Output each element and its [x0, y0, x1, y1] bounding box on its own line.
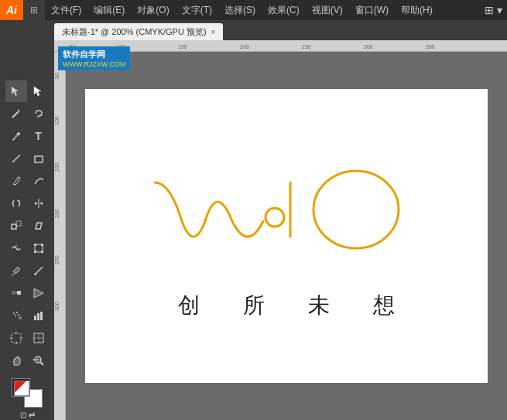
pencil-tool[interactable]	[5, 170, 27, 192]
vertical-ruler: 50 100 150 200 250 300	[54, 52, 66, 420]
svg-rect-16	[12, 291, 15, 295]
reflect-tool[interactable]	[28, 193, 50, 214]
blend-tool[interactable]	[5, 282, 27, 304]
color-boxes	[12, 378, 43, 408]
free-transform-tool[interactable]	[28, 237, 50, 259]
menu-edit[interactable]: 编辑(E)	[87, 0, 131, 20]
svg-rect-26	[40, 312, 43, 320]
direct-select-tool[interactable]	[28, 80, 50, 102]
lasso-tool[interactable]	[28, 103, 50, 125]
swap-colors-icon[interactable]: ⇄	[29, 411, 35, 419]
svg-line-36	[40, 362, 43, 365]
watermark-line2: WWW.RJZXW.COM	[63, 60, 125, 68]
menu-object[interactable]: 对象(O)	[131, 0, 175, 20]
scale-tool[interactable]	[5, 215, 27, 237]
svg-rect-6	[16, 221, 21, 226]
svg-rect-9	[41, 244, 43, 246]
symbol-spray-tool[interactable]	[5, 305, 27, 326]
svg-rect-11	[41, 251, 43, 253]
svg-point-22	[18, 314, 19, 316]
artboard: 创 所 未 想	[85, 89, 488, 383]
svg-rect-8	[34, 244, 36, 246]
column-graph-tool[interactable]	[28, 305, 50, 326]
slice-select-tool[interactable]	[28, 327, 50, 349]
menu-window[interactable]: 窗口(W)	[349, 0, 395, 20]
warp-tool[interactable]	[5, 237, 27, 259]
tool-row-warp	[5, 237, 50, 259]
menu-help[interactable]: 帮助(H)	[395, 0, 439, 20]
svg-rect-10	[34, 251, 36, 253]
svg-text:300: 300	[364, 44, 373, 50]
svg-text:250: 250	[54, 255, 60, 265]
svg-point-23	[19, 316, 22, 319]
menu-effect[interactable]: 效果(C)	[262, 0, 306, 20]
svg-rect-17	[17, 291, 21, 295]
svg-rect-5	[12, 224, 16, 229]
tab-title: 未标题-1* @ 200% (CMYK/GPU 预览)	[62, 26, 207, 38]
canvas-row: 50 100 150 200 250 300	[54, 52, 507, 420]
svg-rect-25	[37, 313, 39, 320]
active-tab[interactable]: 未标题-1* @ 200% (CMYK/GPU 预览) ×	[54, 23, 223, 40]
tab-close-button[interactable]: ×	[211, 28, 216, 36]
tool-row-pencil	[5, 170, 50, 192]
tool-row-blend	[5, 282, 50, 304]
tool-row-hand	[5, 350, 50, 371]
svg-text:50: 50	[54, 73, 60, 79]
tool-row-rotate	[5, 193, 50, 214]
svg-text:200: 200	[240, 44, 249, 50]
svg-line-13	[35, 267, 43, 275]
menu-items: 文件(F) 编辑(E) 对象(O) 文字(T) 选择(S) 效果(C) 视图(V…	[45, 0, 485, 20]
hand-tool[interactable]	[5, 350, 27, 371]
tool-row-select	[5, 80, 50, 102]
menu-view[interactable]: 视图(V)	[306, 0, 349, 20]
zoom-tool[interactable]	[28, 350, 50, 371]
canvas-column: 50100150200250300350 50 100 150 200 250 …	[54, 40, 507, 420]
svg-point-1	[17, 133, 19, 135]
foreground-color-box[interactable]	[12, 378, 30, 397]
pen-tool[interactable]	[5, 125, 27, 147]
tool-row-magic	[5, 103, 50, 125]
app-settings-icon[interactable]: ⊞	[28, 5, 40, 15]
tool-row-artboard	[5, 327, 50, 349]
magic-wand-tool[interactable]	[5, 103, 27, 125]
default-colors-icon[interactable]: ⊡	[20, 411, 26, 419]
svg-text:350: 350	[426, 44, 435, 50]
rectangle-tool[interactable]	[28, 148, 50, 169]
svg-line-0	[12, 111, 19, 118]
menu-bar: Ai ⊞ 文件(F) 编辑(E) 对象(O) 文字(T) 选择(S) 效果(C)…	[0, 0, 507, 20]
tagline-text: 创 所 未 想	[159, 291, 413, 320]
tool-row-line	[5, 148, 50, 169]
menu-file[interactable]: 文件(F)	[45, 0, 87, 20]
measure-tool[interactable]	[28, 260, 50, 282]
watermark: 软件自学网 WWW.RJZXW.COM	[58, 46, 130, 70]
vaio-logo-graphic	[132, 152, 441, 275]
toolbar: 软件自学网 WWW.RJZXW.COM	[0, 40, 54, 420]
workspace-switcher-icon[interactable]: ⊞ ▾	[485, 4, 502, 16]
svg-text:150: 150	[178, 44, 187, 50]
svg-line-2	[12, 155, 20, 162]
slice-tool[interactable]	[28, 282, 50, 304]
svg-point-58	[265, 208, 284, 227]
app-icon-bar: ⊞	[23, 0, 45, 20]
menu-text[interactable]: 文字(T)	[176, 0, 218, 20]
artboard-tool[interactable]	[5, 327, 27, 349]
ai-logo-icon: Ai	[0, 0, 23, 20]
color-section: ⊡ ⇄	[5, 378, 50, 420]
color-mode-row: ⊡ ⇄	[20, 411, 35, 419]
shear-tool[interactable]	[28, 215, 50, 237]
menu-select[interactable]: 选择(S)	[218, 0, 262, 20]
type-tool[interactable]: T	[28, 125, 50, 147]
eyedropper-tool[interactable]	[5, 260, 27, 282]
tool-row-symbol	[5, 305, 50, 326]
svg-text:150: 150	[54, 162, 60, 172]
tool-row-scale	[5, 215, 50, 237]
rotate-tool[interactable]	[5, 193, 27, 214]
select-tool[interactable]	[5, 80, 27, 102]
watermark-line1: 软件自学网	[63, 49, 125, 60]
svg-point-20	[16, 312, 18, 313]
line-tool[interactable]	[5, 148, 27, 169]
svg-text:100: 100	[54, 116, 60, 125]
svg-text:300: 300	[54, 302, 60, 311]
svg-rect-3	[35, 156, 43, 162]
smooth-tool[interactable]	[28, 170, 50, 192]
